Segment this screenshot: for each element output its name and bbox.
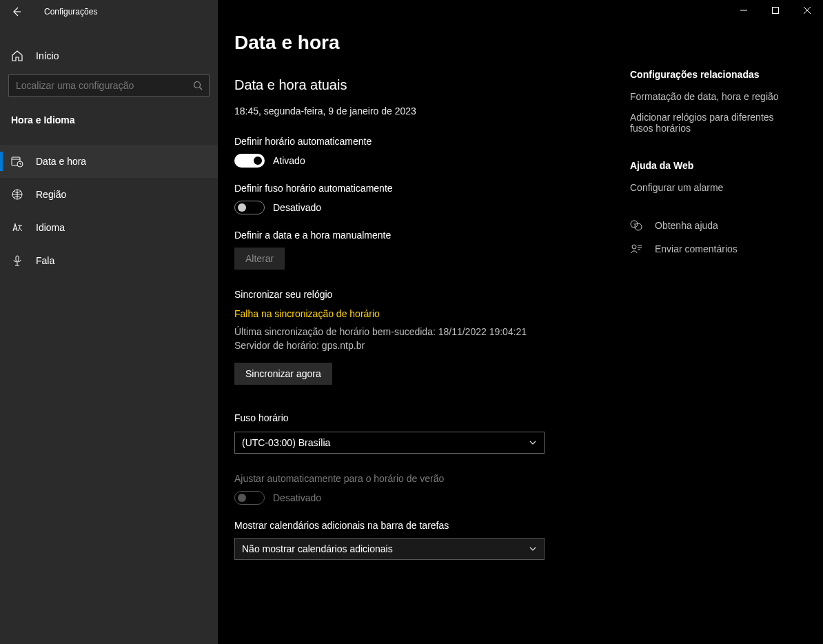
- manual-set-label: Definir a data e a hora manualmente: [234, 230, 608, 241]
- svg-rect-4: [16, 256, 19, 261]
- sync-error-text: Falha na sincronização de horário: [234, 308, 608, 319]
- timezone-value: (UTC-03:00) Brasília: [242, 437, 330, 448]
- titlebar-left: Configurações: [0, 0, 218, 23]
- calendars-dropdown[interactable]: Não mostrar calendários adicionais: [234, 538, 545, 560]
- nav-item-language[interactable]: Idioma: [0, 211, 218, 244]
- maximize-button[interactable]: [760, 0, 791, 21]
- svg-point-9: [632, 245, 636, 249]
- close-icon: [804, 7, 811, 14]
- home-icon: [11, 50, 23, 62]
- related-link-format[interactable]: Formatação de data, hora e região: [630, 91, 787, 102]
- nav-label: Idioma: [36, 222, 65, 233]
- content-area: Data e hora Data e hora atuais 18:45, se…: [218, 0, 823, 644]
- get-help-link[interactable]: ? Obtenha ajuda: [630, 219, 787, 232]
- search-input[interactable]: [8, 74, 210, 97]
- svg-rect-5: [773, 8, 779, 14]
- current-datetime-value: 18:45, segunda-feira, 9 de janeiro de 20…: [234, 105, 608, 117]
- sync-last: Última sincronização de horário bem-suce…: [234, 326, 527, 337]
- change-button: Alterar: [234, 248, 285, 270]
- language-icon: [11, 221, 23, 234]
- sync-info: Última sincronização de horário bem-suce…: [234, 325, 608, 353]
- related-heading: Configurações relacionadas: [630, 69, 787, 80]
- sync-server: Servidor de horário: gps.ntp.br: [234, 340, 365, 351]
- auto-time-label: Definir horário automaticamente: [234, 136, 608, 147]
- home-nav[interactable]: Início: [0, 43, 218, 69]
- auto-time-toggle[interactable]: [234, 154, 265, 168]
- dst-state: Desativado: [273, 492, 321, 503]
- main-column: Data e hora Data e hora atuais 18:45, se…: [218, 0, 624, 644]
- auto-tz-state: Desativado: [273, 202, 321, 213]
- auto-tz-label: Definir fuso horário automaticamente: [234, 183, 608, 194]
- auto-tz-toggle[interactable]: [234, 201, 265, 214]
- back-button[interactable]: [10, 5, 23, 19]
- window-controls: [728, 0, 823, 21]
- minimize-icon: [740, 7, 747, 14]
- sync-now-button[interactable]: Sincronizar agora: [234, 363, 332, 385]
- maximize-icon: [772, 7, 779, 14]
- category-title: Hora e Idioma: [0, 97, 218, 135]
- nav-label: Região: [36, 189, 66, 200]
- nav-item-speech[interactable]: Fala: [0, 244, 218, 277]
- sync-heading: Sincronizar seu relógio: [234, 289, 608, 300]
- feedback-label: Enviar comentários: [655, 243, 738, 254]
- app-title: Configurações: [44, 7, 97, 17]
- dst-toggle: [234, 491, 265, 505]
- right-column: Configurações relacionadas Formatação de…: [624, 0, 804, 644]
- nav-item-region[interactable]: Região: [0, 178, 218, 211]
- minimize-button[interactable]: [728, 0, 760, 21]
- sidebar: Configurações Início Hora e Idioma Data …: [0, 0, 218, 644]
- chevron-down-icon: [529, 545, 537, 553]
- webhelp-heading: Ajuda da Web: [630, 160, 787, 171]
- svg-point-0: [194, 82, 201, 88]
- related-link-clocks[interactable]: Adicionar relógios para diferentes fusos…: [630, 112, 787, 134]
- timezone-dropdown[interactable]: (UTC-03:00) Brasília: [234, 432, 545, 454]
- nav-list: Data e hora Região Idioma Fala: [0, 145, 218, 277]
- nav-label: Data e hora: [36, 156, 86, 167]
- tz-heading: Fuso horário: [234, 412, 608, 423]
- current-datetime-heading: Data e hora atuais: [234, 77, 608, 93]
- globe-icon: [11, 188, 23, 201]
- help-icon: ?: [630, 219, 642, 232]
- page-title: Data e hora: [234, 32, 608, 54]
- calendars-value: Não mostrar calendários adicionais: [242, 543, 393, 554]
- feedback-link[interactable]: Enviar comentários: [630, 243, 787, 255]
- get-help-label: Obtenha ajuda: [655, 220, 718, 231]
- home-label: Início: [36, 50, 59, 61]
- dst-label: Ajustar automaticamente para o horário d…: [234, 473, 608, 484]
- calendars-label: Mostrar calendários adicionais na barra …: [234, 520, 608, 531]
- microphone-icon: [11, 254, 23, 267]
- arrow-left-icon: [11, 6, 22, 17]
- search-icon: [193, 81, 203, 90]
- webhelp-link-alarm[interactable]: Configurar um alarme: [630, 182, 787, 193]
- feedback-icon: [630, 243, 642, 255]
- nav-item-date-time[interactable]: Data e hora: [0, 145, 218, 178]
- nav-label: Fala: [36, 255, 54, 266]
- chevron-down-icon: [529, 439, 537, 447]
- auto-time-state: Ativado: [273, 155, 305, 166]
- calendar-clock-icon: [11, 155, 23, 168]
- search-wrap: [8, 74, 210, 97]
- close-button[interactable]: [791, 0, 823, 21]
